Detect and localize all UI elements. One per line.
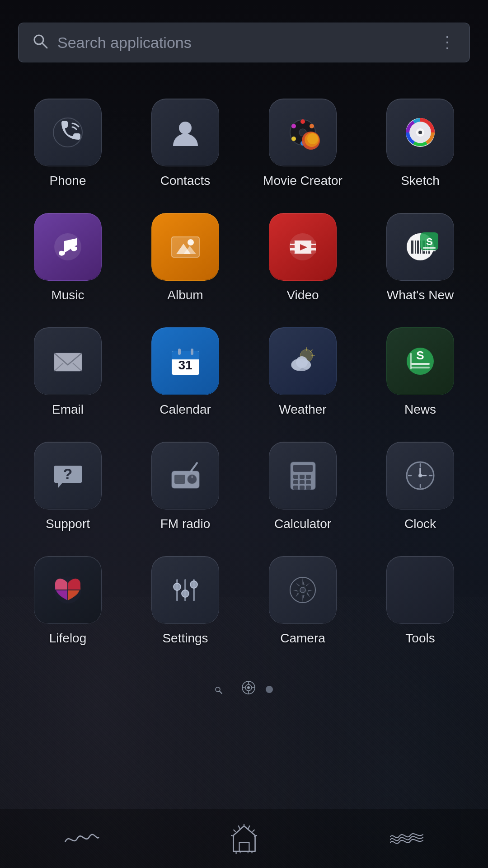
svg-rect-78 (293, 465, 313, 472)
video-label: Video (286, 288, 319, 302)
svg-rect-36 (417, 241, 419, 254)
app-movie-creator[interactable]: Movie Creator (244, 85, 361, 199)
svg-point-14 (307, 133, 318, 144)
camera-label: Camera (280, 631, 325, 646)
svg-line-1 (42, 43, 47, 48)
album-label: Album (167, 288, 203, 302)
svg-point-18 (418, 131, 422, 134)
target-icon (240, 679, 257, 699)
email-label: Email (52, 402, 84, 417)
svg-rect-31 (311, 250, 316, 254)
svg-point-23 (188, 239, 194, 245)
svg-rect-30 (311, 245, 316, 248)
svg-line-118 (248, 826, 249, 828)
svg-rect-52 (191, 349, 193, 355)
svg-point-112 (247, 686, 250, 689)
svg-line-119 (253, 830, 254, 832)
whats-new-label: What's New (387, 288, 454, 302)
svg-rect-44 (423, 250, 436, 251)
app-news[interactable]: S News (361, 314, 479, 428)
settings-label: Settings (162, 631, 208, 646)
svg-rect-83 (300, 480, 305, 484)
contacts-label: Contacts (160, 174, 211, 188)
app-contacts[interactable]: Contacts (127, 85, 244, 199)
app-settings[interactable]: Settings (127, 542, 244, 657)
svg-rect-81 (306, 475, 311, 479)
svg-rect-86 (300, 486, 305, 490)
support-label: Support (46, 517, 90, 531)
svg-point-95 (418, 474, 422, 477)
svg-point-107 (300, 587, 305, 593)
app-camera[interactable]: Camera (244, 542, 361, 657)
page-dot (266, 686, 273, 693)
svg-rect-84 (306, 480, 311, 484)
calendar-label: Calendar (160, 402, 211, 417)
svg-point-11 (291, 124, 296, 128)
svg-rect-27 (290, 245, 295, 248)
svg-point-104 (190, 581, 197, 588)
svg-text:S: S (426, 236, 433, 247)
lifelog-label: Lifelog (49, 631, 87, 646)
search-bar[interactable]: Search applications ⋮ (18, 23, 470, 62)
app-album[interactable]: Album (127, 199, 244, 314)
weather-label: Weather (279, 402, 326, 417)
svg-rect-85 (293, 486, 298, 490)
svg-line-56 (310, 350, 312, 352)
svg-rect-34 (411, 241, 413, 254)
app-calendar[interactable]: 31 Calendar (127, 314, 244, 428)
svg-text:S: S (416, 349, 424, 362)
recents-button[interactable] (380, 821, 434, 857)
svg-rect-64 (411, 363, 430, 365)
app-video[interactable]: Video (244, 199, 361, 314)
calculator-label: Calculator (274, 517, 331, 531)
svg-point-3 (179, 122, 192, 134)
svg-line-109 (220, 691, 222, 693)
svg-point-102 (182, 590, 189, 597)
app-lifelog[interactable]: Lifelog (9, 542, 127, 657)
phone-label: Phone (50, 174, 86, 188)
svg-rect-28 (290, 250, 295, 254)
svg-line-122 (234, 830, 235, 832)
app-calculator[interactable]: Calculator (244, 428, 361, 542)
app-fm-radio[interactable]: FM radio (127, 428, 244, 542)
svg-point-7 (310, 124, 314, 128)
app-weather[interactable]: Weather (244, 314, 361, 428)
svg-point-61 (296, 356, 308, 368)
svg-rect-29 (311, 241, 316, 244)
tools-label: Tools (405, 631, 435, 646)
svg-rect-82 (293, 480, 298, 484)
svg-line-121 (238, 826, 239, 828)
app-phone[interactable]: Phone (9, 85, 127, 199)
clock-label: Clock (404, 517, 436, 531)
app-email[interactable]: Email (9, 314, 127, 428)
svg-rect-51 (178, 349, 181, 355)
app-support[interactable]: ? Support (9, 428, 127, 542)
search-placeholder: Search applications (57, 34, 430, 52)
movie-creator-label: Movie Creator (263, 174, 343, 188)
music-label: Music (51, 288, 84, 302)
svg-rect-79 (293, 475, 298, 479)
app-music[interactable]: Music (9, 199, 127, 314)
app-tools[interactable]: Tools (361, 542, 479, 657)
svg-line-69 (191, 463, 197, 471)
app-clock[interactable]: Clock (361, 428, 479, 542)
more-options-icon[interactable]: ⋮ (439, 33, 456, 52)
svg-rect-87 (306, 486, 311, 490)
svg-rect-35 (415, 241, 416, 254)
news-label: News (404, 402, 436, 417)
bottom-nav (0, 809, 488, 868)
app-sketch[interactable]: Sketch (361, 85, 479, 199)
svg-rect-45 (54, 353, 82, 371)
svg-point-10 (291, 137, 296, 141)
sketch-label: Sketch (401, 174, 440, 188)
fm-radio-label: FM radio (160, 517, 210, 531)
home-button[interactable] (217, 821, 271, 857)
app-whats-new[interactable]: S What's New (361, 199, 479, 314)
svg-rect-26 (290, 241, 295, 244)
svg-line-125 (240, 851, 240, 853)
search-dots-icon (215, 682, 231, 697)
svg-text:?: ? (63, 465, 72, 482)
app-grid: Phone Contacts (0, 76, 488, 666)
back-button[interactable] (54, 821, 108, 857)
svg-point-2 (53, 118, 82, 147)
